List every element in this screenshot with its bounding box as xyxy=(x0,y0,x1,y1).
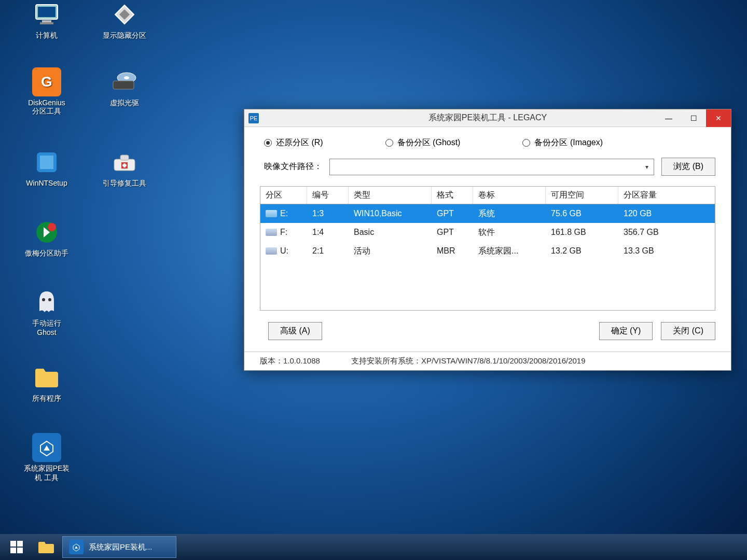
browse-button[interactable]: 浏览 (B) xyxy=(661,158,715,176)
windows-icon xyxy=(9,540,24,554)
svg-rect-8 xyxy=(113,81,134,89)
svg-rect-1 xyxy=(38,7,56,17)
close-window-button[interactable]: 关闭 (C) xyxy=(661,322,715,340)
window-titlebar[interactable]: PE 系统家园PE装机工具 - LEGACY — ☐ ✕ xyxy=(244,109,731,127)
table-header: 分区 编号 类型 格式 卷标 可用空间 分区容量 xyxy=(260,187,715,204)
app-icon: PE xyxy=(248,113,259,123)
col-label[interactable]: 卷标 xyxy=(473,187,546,204)
col-capacity[interactable]: 分区容量 xyxy=(618,187,691,204)
desktop-icon-computer[interactable]: 计算机 xyxy=(16,0,78,40)
advanced-button[interactable]: 高级 (A) xyxy=(268,322,322,340)
setup-icon xyxy=(32,148,61,177)
disk-icon xyxy=(266,210,277,217)
svg-rect-2 xyxy=(42,20,51,22)
desktop-icon-virtual-drive[interactable]: 虚拟光驱 xyxy=(93,67,156,108)
desktop-icon-show-hidden[interactable]: 显示隐藏分区 xyxy=(93,0,156,40)
version-label: 版本：1.0.0.1088 xyxy=(260,356,320,366)
svg-rect-22 xyxy=(17,541,23,547)
svg-rect-15 xyxy=(122,164,127,166)
taskbar: 系统家园PE装机... xyxy=(0,534,747,560)
desktop-icon-label: 显示隐藏分区 xyxy=(103,31,146,40)
desktop-icon-boot-repair[interactable]: 引导修复工具 xyxy=(93,148,156,188)
svg-point-7 xyxy=(124,76,129,79)
desktop-icon-programs[interactable]: 所有程序 xyxy=(16,363,78,403)
col-format[interactable]: 格式 xyxy=(432,187,473,204)
desktop-icon-label: 引导修复工具 xyxy=(103,179,146,188)
desktop-icon-pe-tool[interactable]: 系统家园PE装 机 工具 xyxy=(16,433,78,483)
status-bar: 版本：1.0.0.1088 支持安装所有系统：XP/VISTA/WIN7/8/8… xyxy=(244,352,731,370)
toolbox-icon xyxy=(110,148,139,177)
table-row[interactable]: E:1:3WIN10,BasicGPT系统75.6 GB120 GB xyxy=(260,204,715,223)
ghost-icon xyxy=(32,288,61,317)
computer-icon xyxy=(32,0,61,29)
desktop-icon-label: 虚拟光驱 xyxy=(110,99,139,108)
desktop-icon-ghost[interactable]: 手动运行 Ghost xyxy=(16,288,78,337)
svg-point-18 xyxy=(42,298,45,301)
image-path-label: 映像文件路径： xyxy=(264,161,322,172)
svg-rect-3 xyxy=(40,22,53,24)
desktop-icon-label: 傲梅分区助手 xyxy=(25,249,68,258)
chevron-down-icon: ▾ xyxy=(645,163,648,171)
desktop-icon-winntsetup[interactable]: WinNTSetup xyxy=(16,148,78,187)
ok-button[interactable]: 确定 (Y) xyxy=(599,322,653,340)
svg-rect-10 xyxy=(40,156,53,169)
start-button[interactable] xyxy=(3,536,30,558)
folder-icon xyxy=(32,363,61,392)
image-path-dropdown[interactable]: ▾ xyxy=(329,159,654,175)
svg-rect-21 xyxy=(10,541,16,547)
partition-table: 分区 编号 类型 格式 卷标 可用空间 分区容量 E:1:3WIN10,Basi… xyxy=(260,186,715,311)
desktop-icon-label: WinNTSetup xyxy=(26,179,67,187)
col-type[interactable]: 类型 xyxy=(349,187,432,204)
pe-tool-icon xyxy=(32,433,61,462)
svg-rect-12 xyxy=(120,155,129,160)
desktop-icon-label: DiskGenius 分区工具 xyxy=(28,99,65,116)
aomei-icon xyxy=(32,218,61,247)
desktop-icon-aomei[interactable]: 傲梅分区助手 xyxy=(16,218,78,258)
partition-icon xyxy=(110,0,139,29)
svg-rect-23 xyxy=(10,548,16,553)
radio-dot-icon xyxy=(264,139,272,147)
radio-backup-imagex[interactable]: 备份分区 (Imagex) xyxy=(522,137,603,148)
desktop-icon-label: 计算机 xyxy=(36,31,58,40)
col-number[interactable]: 编号 xyxy=(307,187,349,204)
col-partition[interactable]: 分区 xyxy=(260,187,307,204)
disk-icon xyxy=(266,229,277,236)
radio-dot-icon xyxy=(385,139,393,147)
svg-point-17 xyxy=(48,223,56,231)
support-text: 支持安装所有系统：XP/VISTA/WIN7/8/8.1/10/2003/200… xyxy=(351,356,586,366)
maximize-button[interactable]: ☐ xyxy=(681,109,706,127)
desktop-icon-label: 所有程序 xyxy=(32,394,61,403)
svg-rect-24 xyxy=(17,548,23,553)
pe-tool-icon xyxy=(69,540,84,554)
radio-backup-ghost[interactable]: 备份分区 (Ghost) xyxy=(385,137,461,148)
close-button[interactable]: ✕ xyxy=(706,109,731,127)
disk-icon xyxy=(266,247,277,255)
taskbar-task-label: 系统家园PE装机... xyxy=(89,542,153,552)
desktop-icon-diskgenius[interactable]: G DiskGenius 分区工具 xyxy=(16,67,78,116)
taskbar-explorer-icon[interactable] xyxy=(33,536,59,558)
pe-tool-window: PE 系统家园PE装机工具 - LEGACY — ☐ ✕ 还原分区 (R) 备份… xyxy=(244,109,731,371)
radio-dot-icon xyxy=(522,139,530,147)
radio-restore[interactable]: 还原分区 (R) xyxy=(264,137,323,148)
svg-point-19 xyxy=(48,298,51,301)
diskgenius-icon: G xyxy=(32,67,61,96)
desktop-icon-label: 系统家园PE装 机 工具 xyxy=(24,464,70,483)
cd-drive-icon xyxy=(110,67,139,96)
minimize-button[interactable]: — xyxy=(656,109,681,127)
taskbar-task-pe-tool[interactable]: 系统家园PE装机... xyxy=(62,536,176,558)
col-free[interactable]: 可用空间 xyxy=(546,187,618,204)
table-row[interactable]: F:1:4BasicGPT软件161.8 GB356.7 GB xyxy=(260,223,715,242)
mode-radio-group: 还原分区 (R) 备份分区 (Ghost) 备份分区 (Imagex) xyxy=(260,137,715,148)
table-row[interactable]: U:2:1活动MBR系统家园...13.2 GB13.3 GB xyxy=(260,242,715,260)
desktop-icon-label: 手动运行 Ghost xyxy=(32,319,61,337)
